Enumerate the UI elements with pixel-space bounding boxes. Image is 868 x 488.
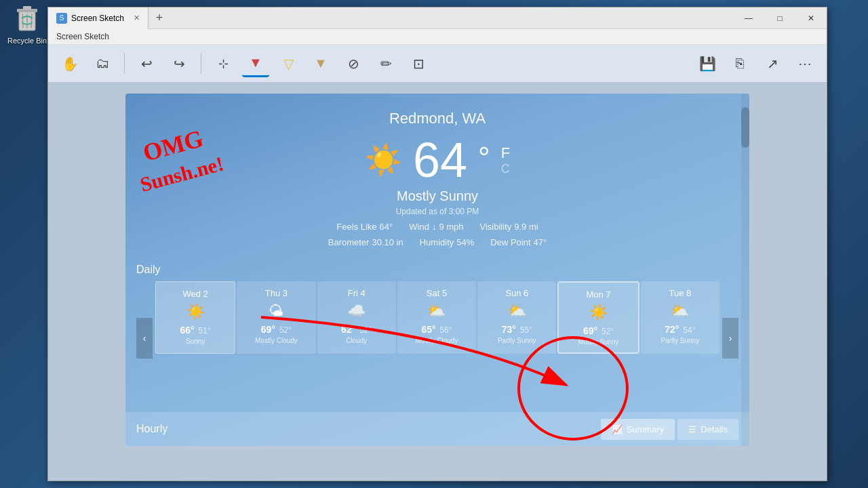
scrollbar-track bbox=[741, 94, 749, 446]
eraser-tool-button[interactable]: ⊘ bbox=[340, 50, 367, 77]
daily-section: Daily ‹ Wed 2 ☀️ 66° 51° Sunny bbox=[125, 258, 749, 357]
touch-tool-button[interactable]: ✋ bbox=[56, 50, 83, 77]
summary-label: Summary bbox=[627, 424, 665, 434]
toolbar-separator-1 bbox=[124, 54, 125, 74]
day-condition-thu3: Mostly Cloudy bbox=[242, 337, 310, 344]
feels-like: Feels Like 64° bbox=[336, 222, 393, 232]
redo-button[interactable]: ↪ bbox=[165, 50, 193, 77]
unit-fahrenheit: F bbox=[501, 144, 510, 162]
folder-tool-button[interactable]: 🗂 bbox=[89, 50, 116, 77]
day-temps-sat5: 65° 56° bbox=[403, 324, 471, 335]
dew-point-value: 47° bbox=[534, 237, 547, 247]
day-name-sat5: Sat 5 bbox=[403, 288, 471, 298]
day-icon-mon7: ☀️ bbox=[564, 304, 632, 321]
bottom-buttons: 📈 Summary ☰ Details bbox=[601, 419, 738, 440]
screen-sketch-tab[interactable]: S Screen Sketch ✕ bbox=[48, 7, 149, 29]
dew-point-label: Dew Point bbox=[490, 237, 530, 247]
save-button[interactable]: 💾 bbox=[694, 50, 721, 77]
recycle-bin-label: Recycle Bin bbox=[7, 37, 47, 45]
weather-condition: Mostly Sunny bbox=[139, 188, 736, 204]
day-name-thu3: Thu 3 bbox=[242, 288, 310, 298]
day-icon-wed2: ☀️ bbox=[161, 303, 229, 321]
daily-nav-left[interactable]: ‹ bbox=[136, 318, 153, 359]
weather-temperature: 64 bbox=[413, 136, 467, 184]
feels-like-label: Feels Like bbox=[336, 222, 376, 232]
toolbar: ✋ 🗂 ↩ ↪ ⊹ ▼ ▽ ▼ ⊘ ✏ ⊡ 💾 ⎘ ↗ ⋯ bbox=[48, 45, 827, 83]
daily-card-sat5[interactable]: Sat 5 ⛅ 65° 56° Mostly Cloudy bbox=[397, 281, 476, 354]
dew-point: Dew Point 47° bbox=[490, 237, 547, 247]
day-condition-sun6: Partly Sunny bbox=[483, 337, 551, 344]
details-label: Details bbox=[701, 424, 728, 434]
day-name-tue8: Tue 8 bbox=[646, 288, 714, 298]
more-button[interactable]: ⋯ bbox=[791, 50, 818, 77]
undo-button[interactable]: ↩ bbox=[133, 50, 160, 77]
crop-tool-button[interactable]: ⊡ bbox=[405, 50, 432, 77]
day-temps-mon7: 69° 52° bbox=[564, 325, 632, 336]
content-area: OMG Sunsh.ne! Redmond, WA bbox=[48, 83, 827, 481]
daily-title: Daily bbox=[136, 264, 738, 276]
unit-celsius: C bbox=[501, 162, 510, 176]
humidity-label: Humidity bbox=[420, 237, 454, 247]
day-condition-mon7: Mostly Sunny bbox=[564, 338, 632, 346]
ruler-tool-button[interactable]: ✏ bbox=[372, 50, 399, 77]
day-name-sun6: Sun 6 bbox=[483, 288, 551, 298]
weather-details: Feels Like 64° Wind ↓ 9 mph Visibility 9… bbox=[139, 222, 736, 232]
toolbar-separator-2 bbox=[201, 54, 201, 74]
daily-card-tue8[interactable]: Tue 8 ⛅ 72° 54° Partly Sunny bbox=[641, 281, 719, 354]
day-condition-wed2: Sunny bbox=[161, 338, 229, 345]
recycle-bin[interactable]: Recycle Bin bbox=[3, 3, 51, 45]
tab-bar: S Screen Sketch ✕ + bbox=[48, 7, 733, 29]
select-tool-button[interactable]: ⊹ bbox=[210, 50, 237, 77]
share-button[interactable]: ↗ bbox=[759, 50, 786, 77]
day-temps-thu3: 69° 52° bbox=[242, 324, 310, 335]
main-window: S Screen Sketch ✕ + — □ ✕ Screen Sketch … bbox=[47, 7, 827, 481]
minimize-button[interactable]: — bbox=[733, 7, 764, 29]
copy-button[interactable]: ⎘ bbox=[726, 50, 753, 77]
daily-card-mon7[interactable]: Mon 7 ☀️ 69° 52° Mostly Sunny bbox=[557, 281, 639, 354]
weather-units[interactable]: F C bbox=[501, 144, 510, 176]
humidity: Humidity 54% bbox=[420, 237, 475, 247]
desktop: Recycle Bin S Screen Sketch ✕ + — □ ✕ Sc… bbox=[0, 0, 868, 488]
day-name-wed2: Wed 2 bbox=[161, 289, 229, 299]
day-icon-tue8: ⛅ bbox=[646, 302, 714, 320]
window-controls: — □ ✕ bbox=[733, 7, 827, 29]
app-title-row: Screen Sketch bbox=[48, 29, 827, 45]
weather-current: ☀️ 64 ° F C bbox=[139, 136, 736, 184]
visibility-label: Visibility bbox=[480, 222, 512, 232]
daily-card-thu3[interactable]: Thu 3 🌤 69° 52° Mostly Cloudy bbox=[237, 281, 315, 354]
summary-chart-icon: 📈 bbox=[612, 424, 623, 434]
summary-button[interactable]: 📈 Summary bbox=[601, 419, 675, 440]
visibility: Visibility 9.9 mi bbox=[480, 222, 538, 232]
pen-tool-button[interactable]: ▼ bbox=[242, 50, 269, 77]
maximize-button[interactable]: □ bbox=[764, 7, 795, 29]
toolbar-right: 💾 ⎘ ↗ ⋯ bbox=[694, 50, 818, 77]
day-name-mon7: Mon 7 bbox=[564, 289, 632, 300]
wind-label: Wind bbox=[409, 222, 429, 232]
barometer-label: Barometer bbox=[328, 237, 370, 247]
weather-header: Redmond, WA ☀️ 64 ° F C Mostly Sunny Upd… bbox=[125, 94, 749, 258]
weather-details-2: Barometer 30.10 in Humidity 54% Dew Poin… bbox=[139, 237, 736, 247]
current-weather-icon: ☀️ bbox=[365, 142, 402, 178]
details-button[interactable]: ☰ Details bbox=[677, 419, 738, 440]
hourly-label: Hourly bbox=[136, 423, 167, 435]
close-button[interactable]: ✕ bbox=[795, 7, 827, 29]
day-icon-fri4: ☁️ bbox=[323, 302, 391, 320]
visibility-value: 9.9 mi bbox=[514, 222, 538, 232]
bottom-bar: Hourly 📈 Summary ☰ Details bbox=[125, 412, 749, 446]
scrollbar-thumb[interactable] bbox=[741, 107, 749, 148]
daily-card-fri4[interactable]: Fri 4 ☁️ 62° 52° Cloudy bbox=[317, 281, 396, 354]
highlighter-tool-button[interactable]: ▽ bbox=[275, 50, 302, 77]
daily-nav-right[interactable]: › bbox=[722, 318, 738, 359]
daily-card-sun6[interactable]: Sun 6 ⛅ 73° 55° Partly Sunny bbox=[477, 281, 556, 354]
daily-card-wed2[interactable]: Wed 2 ☀️ 66° 51° Sunny bbox=[155, 281, 235, 354]
day-temps-wed2: 66° 51° bbox=[161, 325, 229, 336]
app-title: Screen Sketch bbox=[56, 32, 109, 41]
weather-city: Redmond, WA bbox=[139, 110, 736, 127]
humidity-value: 54% bbox=[456, 237, 474, 247]
tab-close-icon[interactable]: ✕ bbox=[134, 14, 140, 22]
new-tab-button[interactable]: + bbox=[149, 7, 170, 29]
barometer: Barometer 30.10 in bbox=[328, 237, 403, 247]
pencil-tool-button[interactable]: ▼ bbox=[307, 50, 334, 77]
weather-card: OMG Sunsh.ne! Redmond, WA bbox=[125, 94, 749, 446]
barometer-value: 30.10 in bbox=[372, 237, 403, 247]
